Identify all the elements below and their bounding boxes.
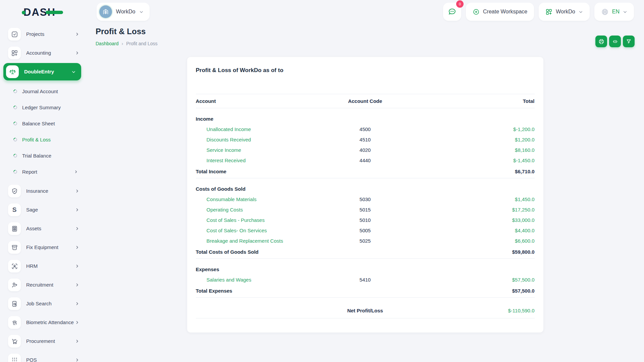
account-code: 5030 <box>309 196 422 202</box>
section-total-label: Total Expenses <box>196 288 309 294</box>
section-total-value: $57,500.0 <box>422 288 535 294</box>
chevron-right-icon <box>75 189 79 193</box>
chevron-right-icon <box>75 283 79 287</box>
sidebar-item-label: Biometric Attendance <box>26 319 75 326</box>
create-workspace-label: Create Workspace <box>483 9 527 15</box>
account-link[interactable]: Discounts Received <box>196 137 309 142</box>
sidebar-item-label: Insurance <box>26 188 75 194</box>
app-logo[interactable]: DASH <box>22 6 63 18</box>
account-row: Operating Costs5015$17,250.0 <box>196 204 535 215</box>
filter-button[interactable] <box>623 36 635 47</box>
sidebar-item-label: Fix Equipment <box>26 244 75 251</box>
sidebar-item-procurement[interactable]: Procurement <box>0 332 85 351</box>
sidebar-subitem-balance-sheet[interactable]: Balance Sheet <box>0 115 85 131</box>
sidebar-subitem-profit-loss[interactable]: Profit & Loss <box>0 131 85 147</box>
account-total: $57,500.0 <box>422 277 535 283</box>
doubleentry-submenu: Journal Account Ledger Summary Balance S… <box>0 81 85 182</box>
sidebar-item-pos[interactable]: POS <box>0 351 85 362</box>
account-total: $8,160.0 <box>422 147 535 153</box>
sidebar-item-doubleentry[interactable]: DoubleEntry <box>3 63 81 80</box>
sidebar-item-fix-equipment[interactable]: Fix Equipment <box>0 238 85 257</box>
sidebar-item-biometric-attendance[interactable]: Biometric Attendance <box>0 313 85 332</box>
create-workspace-button[interactable]: Create Workspace <box>466 3 534 21</box>
account-row: Salaries and Wages5410$57,500.0 <box>196 275 535 285</box>
subitem-label: Trial Balance <box>22 153 78 159</box>
top-right-actions: 0 Create Workspace WorkDo EN <box>443 3 634 21</box>
account-link[interactable]: Breakage and Replacement Costs <box>196 238 309 244</box>
sidebar-item-job-search[interactable]: Job Search <box>0 294 85 313</box>
person-plus-icon <box>8 279 21 291</box>
fingerprint-icon <box>8 316 21 329</box>
printer-icon <box>598 39 604 45</box>
sidebar-item-accounting[interactable]: Accounting <box>0 44 85 62</box>
section-title: Income <box>196 116 309 122</box>
sidebar-item-hrm[interactable]: HRM <box>0 257 85 276</box>
account-total: $17,250.0 <box>422 207 535 213</box>
code-toggle-icon <box>612 39 618 45</box>
shield-check-icon <box>8 185 21 197</box>
section-total-row: Total Expenses$57,500.0 <box>196 285 535 298</box>
chevron-right-icon <box>75 51 79 55</box>
plus-circle-icon <box>473 8 480 15</box>
account-link[interactable]: Operating Costs <box>196 207 309 213</box>
sidebar-item-sage[interactable]: S Sage <box>0 200 85 219</box>
sidebar-item-projects[interactable]: Projects <box>0 25 85 44</box>
account-link[interactable]: Salaries and Wages <box>196 277 309 283</box>
sidebar-item-insurance[interactable]: Insurance <box>0 182 85 200</box>
account-total: $1,200.0 <box>422 137 535 142</box>
chevron-right-icon <box>74 170 78 174</box>
sidebar-item-assets[interactable]: Assets <box>0 219 85 238</box>
messages-badge: 0 <box>456 0 464 8</box>
workspace-selector[interactable]: WorkDo <box>97 3 150 21</box>
grid-plus-icon <box>545 8 552 15</box>
account-code: 5015 <box>309 207 422 213</box>
language-selector[interactable]: EN <box>594 3 634 21</box>
top-bar: DASH WorkDo 0 Create Workspace <box>0 0 644 23</box>
breadcrumb-dashboard-link[interactable]: Dashboard <box>96 41 119 46</box>
account-link[interactable]: Cost of Sales - Purchases <box>196 217 309 223</box>
bullet-icon <box>13 121 18 126</box>
net-profit-value: $-110,590.0 <box>422 308 535 313</box>
column-header-total: Total <box>422 98 535 104</box>
chevron-right-icon <box>75 245 79 249</box>
account-link[interactable]: Service Income <box>196 147 309 153</box>
page-title: Profit & Loss <box>96 27 635 36</box>
account-link[interactable]: Unallocated Income <box>196 126 309 132</box>
bullet-icon <box>13 169 18 174</box>
sidebar-item-label: Sage <box>26 206 75 213</box>
sidebar-subitem-journal-account[interactable]: Journal Account <box>0 83 85 99</box>
export-button[interactable] <box>609 36 621 47</box>
account-total: $-1,200.0 <box>422 126 535 132</box>
document-search-icon <box>8 297 21 310</box>
account-code: 5025 <box>309 238 422 244</box>
sidebar-item-recruitment[interactable]: Recruitment <box>0 276 85 294</box>
sidebar-item-label: POS <box>26 357 75 362</box>
hrm-person-frame-icon <box>8 260 21 273</box>
sidebar-subitem-trial-balance[interactable]: Trial Balance <box>0 147 85 164</box>
chevron-right-icon <box>75 264 79 268</box>
net-profit-label: Net Profit/Loss <box>309 308 422 313</box>
account-code: 4510 <box>309 137 422 142</box>
filter-funnel-icon <box>626 39 632 44</box>
account-row: Consumable Materials5030$1,450.0 <box>196 194 535 204</box>
sidebar-subitem-report[interactable]: Report <box>0 164 85 180</box>
sidebar-item-label: Projects <box>26 31 75 38</box>
account-row: Unallocated Income4500$-1,200.0 <box>196 124 535 134</box>
account-link[interactable]: Cost of Sales- On Services <box>196 228 309 233</box>
bullet-icon <box>13 153 18 158</box>
section-total-label: Total Costs of Goods Sold <box>196 249 309 255</box>
messages-button[interactable]: 0 <box>443 3 461 21</box>
section-total-value: $59,800.0 <box>422 249 535 255</box>
bullet-icon <box>13 105 18 110</box>
sidebar: Projects Accounting DoubleEntry Journal … <box>0 23 85 362</box>
sidebar-item-label: Recruitment <box>26 282 75 288</box>
workspace-switcher-button[interactable]: WorkDo <box>539 3 590 21</box>
cart-icon <box>8 335 21 348</box>
account-link[interactable]: Consumable Materials <box>196 196 309 202</box>
scales-icon <box>6 65 19 78</box>
section-header-row: Costs of Goods Sold <box>196 183 535 194</box>
print-button[interactable] <box>595 36 607 47</box>
chevron-right-icon <box>75 358 79 362</box>
account-link[interactable]: Interest Received <box>196 158 309 163</box>
sidebar-subitem-ledger-summary[interactable]: Ledger Summary <box>0 99 85 115</box>
